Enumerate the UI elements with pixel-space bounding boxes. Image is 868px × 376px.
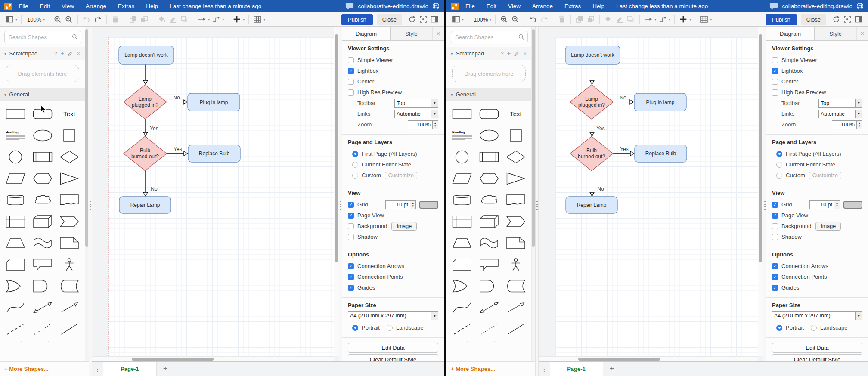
waypoint-caret-icon[interactable]: ▾ xyxy=(222,18,224,22)
panel-resize-handle[interactable] xyxy=(763,27,766,361)
chevron-down-icon[interactable]: ▼ xyxy=(855,99,862,107)
flow-edge[interactable]: Yes xyxy=(590,119,605,136)
flow-node-lamp-plugged-in[interactable]: Lampplugged in? xyxy=(570,85,613,119)
fill-color-icon[interactable] xyxy=(158,15,166,23)
flow-node-plug-in-lamp[interactable]: Plug in lamp xyxy=(634,93,686,111)
shape-circle[interactable] xyxy=(452,150,472,164)
tab-diagram[interactable]: Diagram xyxy=(766,27,815,40)
fullscreen-icon[interactable] xyxy=(419,15,427,23)
flow-edge[interactable] xyxy=(143,64,148,84)
shape-process[interactable] xyxy=(479,150,499,164)
portrait-radio[interactable] xyxy=(352,325,358,331)
shape-rectangle[interactable] xyxy=(452,107,472,121)
delete-icon[interactable] xyxy=(112,15,119,23)
fill-color-icon[interactable] xyxy=(604,15,612,23)
format-panel-toggle-icon[interactable] xyxy=(855,15,862,23)
shape-heading[interactable]: Heading xyxy=(452,128,472,142)
canvas-hscroll-thumb[interactable] xyxy=(578,358,660,361)
shape-trapezoid[interactable] xyxy=(6,236,25,250)
collapse-arrow-icon[interactable]: ▾ xyxy=(4,92,6,97)
last-change-link[interactable]: Last change less than a minute ago xyxy=(170,3,261,9)
background-row[interactable]: Background Image xyxy=(772,221,862,231)
zoom-level-dropdown[interactable]: 100% xyxy=(27,16,41,23)
shadow-checkbox[interactable] xyxy=(772,234,778,240)
sidebar-scrollbar-thumb[interactable] xyxy=(532,29,535,247)
table-icon[interactable] xyxy=(254,15,261,23)
flow-node-replace-bulb[interactable]: Replace Bulb xyxy=(188,145,240,162)
shape-process[interactable] xyxy=(33,150,53,164)
flow-node-plug-in-lamp[interactable]: Plug in lamp xyxy=(188,93,240,111)
diagram-canvas[interactable]: NoYesYesNoLamp doesn't workLampplugged i… xyxy=(539,27,763,361)
shape-parallelogram[interactable] xyxy=(452,171,472,185)
flow-edge[interactable]: No xyxy=(167,95,187,104)
shape-step[interactable] xyxy=(506,214,526,228)
view-panels-caret-icon[interactable]: ▾ xyxy=(16,18,17,22)
shape-curve[interactable] xyxy=(452,300,472,314)
portrait-option[interactable]: Portrait xyxy=(352,324,380,331)
custom-radio[interactable] xyxy=(776,173,782,179)
collapse-arrow-icon[interactable]: ▾ xyxy=(451,92,453,97)
grid-color-swatch[interactable] xyxy=(419,201,438,209)
background-checkbox[interactable] xyxy=(348,223,354,229)
diagram-canvas[interactable]: NoYesYesNoLamp doesn't workLampplugged i… xyxy=(92,27,339,361)
flow-edge[interactable]: Yes xyxy=(167,146,188,156)
shape-heading[interactable]: Heading xyxy=(6,128,25,142)
landscape-option[interactable]: Landscape xyxy=(387,324,424,331)
shape-or[interactable] xyxy=(6,279,25,293)
shape-cylinder[interactable] xyxy=(452,193,472,207)
menu-view[interactable]: View xyxy=(508,3,521,9)
flow-node-replace-bulb[interactable]: Replace Bulb xyxy=(635,145,687,162)
center-checkbox[interactable] xyxy=(348,79,354,85)
page-view-row[interactable]: Page View xyxy=(348,210,438,221)
shape-triangle[interactable] xyxy=(59,171,79,185)
high-res-checkbox[interactable] xyxy=(348,89,354,96)
shape-bidirectional-connector[interactable] xyxy=(452,339,472,342)
shape-data-storage[interactable] xyxy=(59,279,79,293)
table-caret-icon[interactable]: ▾ xyxy=(710,18,712,22)
flow-edge[interactable]: No xyxy=(613,95,634,104)
page-tab[interactable]: Page-1 xyxy=(550,362,603,376)
undo-icon[interactable] xyxy=(83,15,90,23)
flow-edge[interactable] xyxy=(590,64,594,84)
center-row[interactable]: Center xyxy=(772,76,862,87)
scratchpad-help-icon[interactable]: ? xyxy=(501,51,504,56)
to-front-icon[interactable] xyxy=(576,15,583,23)
insert-icon[interactable] xyxy=(233,15,241,23)
scratchpad-dropzone[interactable]: Drag elements here xyxy=(6,65,79,82)
menu-extras[interactable]: Extras xyxy=(118,3,134,9)
zoom-caret-icon[interactable]: ▾ xyxy=(490,18,491,22)
guides-checkbox[interactable] xyxy=(348,285,354,291)
background-checkbox[interactable] xyxy=(772,223,778,229)
shape-cloud[interactable] xyxy=(33,193,53,207)
shape-circle[interactable] xyxy=(6,150,25,164)
shadow-checkbox[interactable] xyxy=(348,234,354,240)
shape-note[interactable] xyxy=(59,236,79,250)
to-back-icon[interactable] xyxy=(140,15,148,23)
canvas-hscroll-thumb[interactable] xyxy=(132,358,214,361)
menu-arrange[interactable]: Arrange xyxy=(532,3,553,9)
links-select[interactable]: Automatic▼ xyxy=(394,110,438,118)
panel-close-icon[interactable]: ✕ xyxy=(432,27,444,40)
custom-row[interactable]: Custom Customize xyxy=(772,170,862,181)
connection-points-checkbox[interactable] xyxy=(772,274,778,280)
undo-icon[interactable] xyxy=(529,15,537,23)
line-color-icon[interactable] xyxy=(616,15,623,23)
editor-state-row[interactable]: Current Editor State xyxy=(348,159,438,170)
shape-callout[interactable] xyxy=(479,257,499,271)
scratchpad-dropzone[interactable]: Drag elements here xyxy=(452,65,526,82)
zoom-out-icon[interactable] xyxy=(512,15,519,23)
first-page-row[interactable]: First Page (All Layers) xyxy=(348,148,438,159)
editor-state-row[interactable]: Current Editor State xyxy=(772,159,862,170)
chevron-down-icon[interactable]: ▼ xyxy=(855,312,862,320)
insert-caret-icon[interactable]: ▾ xyxy=(243,18,245,22)
shape-tape[interactable] xyxy=(479,236,499,250)
tab-style[interactable]: Style xyxy=(391,27,432,40)
page-tab[interactable]: Page-1 xyxy=(103,362,157,376)
first-page-radio[interactable] xyxy=(352,151,358,157)
flow-edge[interactable]: Yes xyxy=(143,119,158,136)
search-shapes-input[interactable] xyxy=(451,31,528,43)
shape-text[interactable]: Text xyxy=(59,107,79,121)
scratchpad-close-icon[interactable]: ✕ xyxy=(76,51,81,56)
close-button[interactable]: Close xyxy=(801,14,826,25)
shape-dashed-line[interactable] xyxy=(452,322,472,336)
